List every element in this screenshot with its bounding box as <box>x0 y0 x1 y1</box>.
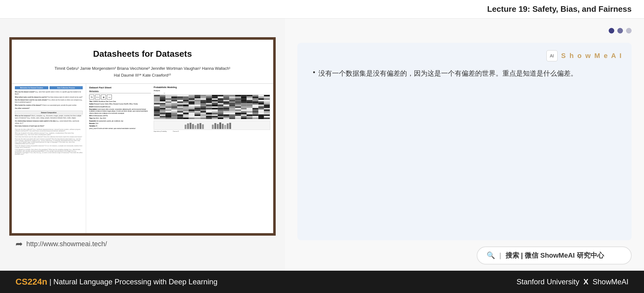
ai-content: • 没有一个数据集是没有偏差的，因为这是一个有偏差的世界。重点是知道是什么偏差。 <box>307 68 622 79</box>
share-icon: ➦ <box>15 239 23 249</box>
search-icon: 🔍 <box>487 251 495 260</box>
datacollection-section: Data Collection Process <box>50 86 83 89</box>
prob-scale: 412 <box>154 92 270 94</box>
q5: Any other comments? <box>15 108 83 110</box>
q1: Why was the dataset created? (e.g., were… <box>15 91 83 95</box>
dep-labels: Dependency Probability Pearson R <box>154 131 270 132</box>
prob-col: Probabilistic Modeling Analysis 412 <box>154 86 270 231</box>
heatmap-cell <box>154 118 160 119</box>
dots-nav <box>297 28 632 33</box>
svg-rect-7 <box>202 124 204 129</box>
main-content: Datasheets for Datasets Timnit Gebru¹ Ja… <box>0 19 644 271</box>
heatmap-cell <box>195 118 200 119</box>
heatmap-cell <box>229 118 235 119</box>
fact-keywords: Keywords risk assessment, parole, jail, … <box>89 120 151 122</box>
heatmap-cell <box>241 118 247 119</box>
search-wrapper: 🔍 | 搜索 | 微信 ShowMeAI 研究中心 <box>297 246 632 264</box>
q2: What (other) tasks could the dataset be … <box>15 96 83 99</box>
svg-rect-10 <box>217 124 219 129</box>
heatmap-cell <box>206 118 212 119</box>
heatmap-cell <box>252 118 258 119</box>
svg-rect-8 <box>212 125 214 129</box>
paper-title: Datasheets for Datasets <box>30 49 255 59</box>
fact-sheet-title: Dataset Fact Sheet <box>89 86 151 89</box>
ai-bullet-text: 没有一个数据集是没有偏差的，因为这是一个有偏差的世界。重点是知道是什么偏差。 <box>318 68 577 79</box>
search-bar[interactable]: 🔍 | 搜索 | 微信 ShowMeAI 研究中心 <box>477 246 632 264</box>
heatmap-cell <box>212 118 218 119</box>
icon-grid: ⊞ <box>101 95 106 100</box>
icon-csv: .csv <box>107 95 112 100</box>
heatmap-cell <box>171 118 177 119</box>
q8: How many instances of each type are ther… <box>15 125 83 127</box>
svg-rect-15 <box>229 123 231 129</box>
motivation-section: Motivation for Dataset Creation <box>15 86 48 89</box>
fact-vars-text: priors_count Ut enim ad minim veniam, qu… <box>89 128 151 130</box>
composition-title: Dataset Composition <box>15 111 83 114</box>
paper-right-col: Dataset Fact Sheet Metadata Cj CC-0 ⊞ .c… <box>86 84 273 233</box>
svg-rect-9 <box>214 123 216 129</box>
paper-bottom: Motivation for Dataset Creation Data Col… <box>12 84 273 233</box>
svg-rect-5 <box>197 124 199 129</box>
metadata-title: Metadata <box>89 90 151 93</box>
slide-inner: Datasheets for Datasets Timnit Gebru¹ Ja… <box>12 40 273 233</box>
q6: What are the instances? (that is, exampl… <box>15 115 83 119</box>
heatmap <box>154 95 270 119</box>
heatmap-cell <box>160 118 166 119</box>
search-divider: | <box>499 251 501 260</box>
dep-chart <box>184 122 240 129</box>
header-bar: Lecture 19: Safety, Bias, and Fairness <box>0 0 644 19</box>
fact-author: Author Broward County Clerks Office, Bro… <box>89 103 151 105</box>
svg-rect-14 <box>227 123 229 129</box>
heatmap-cell <box>165 118 171 119</box>
q3: Has the dataset been used for any tasks … <box>15 99 83 104</box>
analysis-label: Analysis <box>154 90 270 91</box>
url-bar: ➦ http://www.showmeai.tech/ <box>9 236 276 252</box>
footer-showmeai: ShowMeAI <box>593 277 629 286</box>
fact-time: Time Feb 2013 - Dec 2014 <box>89 118 151 119</box>
fact-title: Title COMPAS Recidivism Risk Score Data <box>89 101 151 103</box>
heatmap-cell <box>177 118 183 119</box>
heatmap-cell <box>200 118 206 119</box>
header-title: Lecture 19: Safety, Bias, and Fairness <box>487 4 632 14</box>
footer-course-name: Natural Language Processing with Deep Le… <box>53 277 217 286</box>
svg-rect-11 <box>219 122 221 129</box>
footer-separator: | <box>47 277 54 286</box>
heatmap-cell <box>264 118 270 119</box>
dot-3[interactable] <box>626 28 632 33</box>
fact-records: Records 7214 <box>89 123 151 125</box>
slide-bottom-bar: ➦ http://www.showmeai.tech/ <box>9 236 276 252</box>
dot-2[interactable] <box>617 28 623 33</box>
search-label: 搜索 | 微信 ShowMeAI 研究中心 <box>506 251 604 260</box>
footer-left: CS224n | Natural Language Processing wit… <box>15 277 217 287</box>
icon-cj: Cj <box>89 95 94 100</box>
fact-icons: Cj CC-0 ⊞ .csv <box>89 95 151 100</box>
dot-1[interactable] <box>609 28 614 33</box>
ai-icon: AI <box>546 50 558 61</box>
heatmap-cell <box>189 118 195 119</box>
paper-left-col: Motivation for Dataset Creation Data Col… <box>12 84 86 233</box>
ai-bullet: • 没有一个数据集是没有偏差的，因为这是一个有偏差的世界。重点是知道是什么偏差。 <box>313 68 622 79</box>
fact-description: Description Lorem ipsum dolor sit amet, … <box>89 109 151 114</box>
svg-rect-2 <box>190 123 191 129</box>
slide-area: Datasheets for Datasets Timnit Gebru¹ Ja… <box>0 19 285 271</box>
fact-doi: DOI 10.5281/zenodo.1164791 <box>89 115 151 117</box>
heatmap-grid <box>154 95 270 119</box>
fact-sheet-col: Dataset Fact Sheet Metadata Cj CC-0 ⊞ .c… <box>89 86 151 231</box>
ai-card: AI S h o w M e A I • 没有一个数据集是没有偏差的，因为这是一… <box>297 43 632 240</box>
paper-authors: Timnit Gebru¹ Jamie Morgenstern² Briana … <box>30 65 255 79</box>
heatmap-cell <box>183 118 189 119</box>
heatmap-cell <box>223 118 229 119</box>
url-text: http://www.showmeai.tech/ <box>26 240 107 248</box>
svg-rect-6 <box>199 123 201 129</box>
showmeai-brand: S h o w M e A I <box>561 52 622 60</box>
footer-course-code: CS224n <box>15 277 47 287</box>
prob-title: Probabilistic Modeling <box>154 86 270 88</box>
icon-cc0: CC-0 <box>95 95 100 100</box>
svg-rect-1 <box>187 123 189 129</box>
heatmap-cell <box>258 118 264 119</box>
fact-variables: Variables 25 <box>89 125 151 127</box>
footer-right: Stanford University X ShowMeAI <box>516 277 629 286</box>
dep-section: Dependency Probability Pearson R <box>154 121 270 132</box>
svg-rect-4 <box>195 125 196 129</box>
q7: Are relationships between instances made… <box>15 120 83 125</box>
